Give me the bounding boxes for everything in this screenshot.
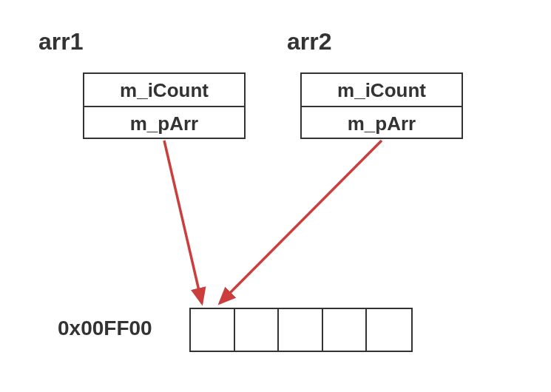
arr1-field-ptr: m_pArr <box>84 107 244 141</box>
memory-cell <box>235 309 280 351</box>
memory-address-label: 0x00FF00 <box>58 317 152 340</box>
arr1-title: arr1 <box>38 28 84 55</box>
arr2-struct: m_iCount m_pArr <box>300 72 463 139</box>
arr2-field-ptr: m_pArr <box>302 107 462 141</box>
memory-cell <box>191 309 235 351</box>
memory-array <box>189 308 413 352</box>
arr2-field-count: m_iCount <box>302 74 462 107</box>
arrow-arr2-to-memory <box>220 141 382 303</box>
memory-cell <box>279 309 323 351</box>
memory-cell <box>367 309 411 351</box>
arr1-field-count: m_iCount <box>84 74 244 107</box>
arr2-title: arr2 <box>287 28 332 55</box>
arr1-struct: m_iCount m_pArr <box>83 72 246 139</box>
arrow-arr1-to-memory <box>164 141 202 303</box>
memory-cell <box>323 309 368 351</box>
